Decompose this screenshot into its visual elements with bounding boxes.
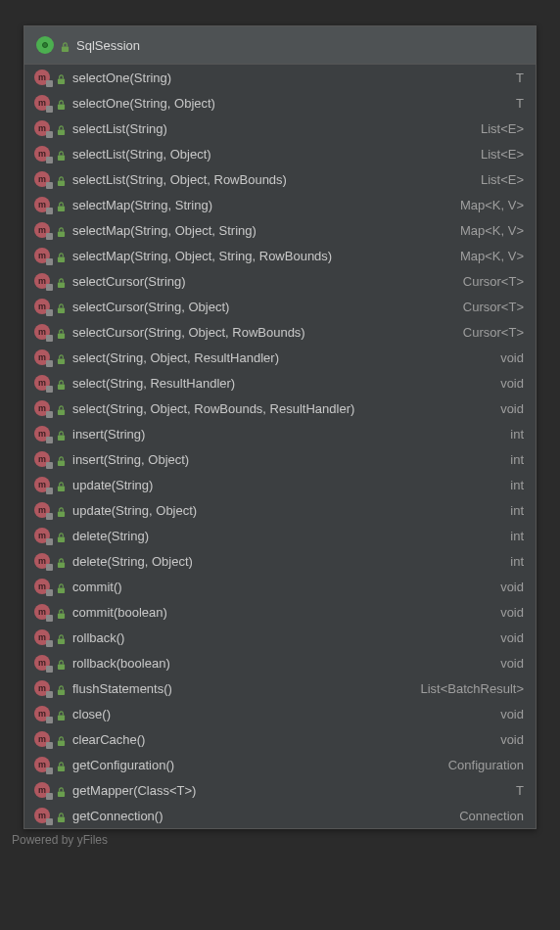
method-icon: m [34, 426, 50, 442]
method-row[interactable]: mselectCursor(String, Object, RowBounds)… [24, 319, 536, 345]
method-icon: m [34, 146, 50, 162]
method-name: selectMap(String, Object, String) [72, 223, 453, 238]
method-row[interactable]: mcommit()void [24, 574, 536, 599]
return-type: List<E> [481, 147, 524, 162]
return-type: int [510, 478, 524, 492]
return-type: T [516, 96, 524, 111]
method-icon: m [34, 579, 50, 594]
svg-rect-18 [58, 512, 65, 517]
abstract-badge-icon [46, 793, 53, 800]
lock-icon [57, 760, 66, 769]
method-icon: m [34, 95, 50, 111]
return-type: void [500, 605, 524, 620]
method-icon: m [34, 782, 50, 798]
method-icon: m [34, 731, 50, 747]
return-type: void [500, 656, 524, 671]
method-row[interactable]: mselectOne(String, Object)T [24, 90, 536, 116]
method-row[interactable]: mrollback()void [24, 625, 536, 650]
lock-icon [57, 607, 66, 617]
return-type: Map<K, V> [460, 249, 524, 263]
lock-icon [57, 200, 66, 209]
return-type: List<BatchResult> [420, 681, 524, 696]
method-name: selectCursor(String, Object) [72, 300, 456, 314]
method-row[interactable]: mupdate(String, Object)int [24, 497, 536, 523]
method-row[interactable]: mselectMap(String, Object, String)Map<K,… [24, 217, 536, 243]
lock-icon [57, 709, 66, 719]
svg-rect-20 [58, 563, 65, 568]
method-name: insert(String) [72, 427, 503, 442]
method-icon: m [34, 324, 50, 340]
return-type: void [500, 401, 524, 416]
method-row[interactable]: mcommit(boolean)void [24, 599, 536, 625]
method-row[interactable]: mdelete(String, Object)int [24, 548, 536, 574]
abstract-badge-icon [46, 157, 53, 163]
method-icon: m [34, 375, 50, 391]
lock-icon [57, 123, 66, 133]
svg-rect-1 [58, 79, 65, 84]
method-icon: m [34, 655, 50, 671]
lock-icon [57, 556, 66, 566]
method-icon: m [34, 604, 50, 620]
method-name: flushStatements() [72, 681, 413, 696]
svg-rect-0 [62, 47, 69, 52]
method-row[interactable]: mclearCache()void [24, 726, 536, 752]
method-name: selectList(String, Object, RowBounds) [72, 172, 474, 187]
method-row[interactable]: mupdate(String)int [24, 472, 536, 497]
abstract-badge-icon [46, 437, 53, 443]
svg-rect-7 [58, 232, 65, 237]
return-type: T [516, 783, 524, 798]
class-panel: SqlSession mselectOne(String)TmselectOne… [23, 25, 537, 829]
method-row[interactable]: mselectCursor(String)Cursor<T> [24, 268, 536, 294]
method-row[interactable]: mselectList(String)List<E> [24, 116, 536, 141]
method-row[interactable]: mclose()void [24, 701, 536, 726]
method-row[interactable]: mselect(String, ResultHandler)void [24, 370, 536, 395]
method-icon: m [34, 528, 50, 543]
method-row[interactable]: mgetConnection()Connection [24, 803, 536, 828]
method-row[interactable]: mflushStatements()List<BatchResult> [24, 675, 536, 701]
svg-rect-4 [58, 156, 65, 161]
return-type: int [510, 529, 524, 543]
lock-icon [57, 785, 66, 795]
method-name: selectCursor(String, Object, RowBounds) [72, 325, 456, 340]
lock-icon [57, 734, 66, 744]
method-row[interactable]: mdelete(String)int [24, 523, 536, 548]
method-row[interactable]: mselectList(String, Object)List<E> [24, 141, 536, 166]
method-row[interactable]: minsert(String, Object)int [24, 446, 536, 472]
method-name: selectMap(String, Object, String, RowBou… [72, 249, 453, 263]
method-name: selectOne(String) [72, 70, 509, 85]
method-row[interactable]: mselect(String, Object, RowBounds, Resul… [24, 395, 536, 421]
method-icon: m [34, 680, 50, 696]
lock-icon [57, 480, 66, 489]
method-row[interactable]: mselectMap(String, Object, String, RowBo… [24, 243, 536, 268]
svg-rect-16 [58, 461, 65, 466]
class-header[interactable]: SqlSession [24, 26, 536, 65]
method-row[interactable]: mselectMap(String, String)Map<K, V> [24, 192, 536, 217]
method-row[interactable]: mgetMapper(Class<T>)T [24, 777, 536, 803]
method-row[interactable]: minsert(String)int [24, 421, 536, 446]
method-name: rollback() [72, 630, 493, 645]
method-name: commit() [72, 580, 493, 594]
method-icon: m [34, 70, 50, 85]
abstract-badge-icon [46, 386, 53, 393]
method-row[interactable]: mselectList(String, Object, RowBounds)Li… [24, 166, 536, 192]
method-icon: m [34, 248, 50, 263]
method-row[interactable]: mselectOne(String)T [24, 65, 536, 90]
abstract-badge-icon [46, 717, 53, 723]
method-row[interactable]: mselectCursor(String, Object)Cursor<T> [24, 294, 536, 319]
return-type: Configuration [448, 758, 524, 772]
svg-rect-12 [58, 359, 65, 364]
method-icon: m [34, 451, 50, 467]
method-name: selectCursor(String) [72, 274, 456, 289]
method-row[interactable]: mselect(String, Object, ResultHandler)vo… [24, 345, 536, 370]
abstract-badge-icon [46, 818, 53, 825]
svg-rect-26 [58, 716, 65, 721]
abstract-badge-icon [46, 615, 53, 622]
method-name: getConnection() [72, 809, 452, 823]
abstract-badge-icon [46, 258, 53, 265]
abstract-badge-icon [46, 284, 53, 291]
method-row[interactable]: mrollback(boolean)void [24, 650, 536, 675]
svg-rect-2 [58, 105, 65, 110]
method-row[interactable]: mgetConfiguration()Configuration [24, 752, 536, 777]
abstract-badge-icon [46, 182, 53, 189]
method-name: update(String) [72, 478, 503, 492]
